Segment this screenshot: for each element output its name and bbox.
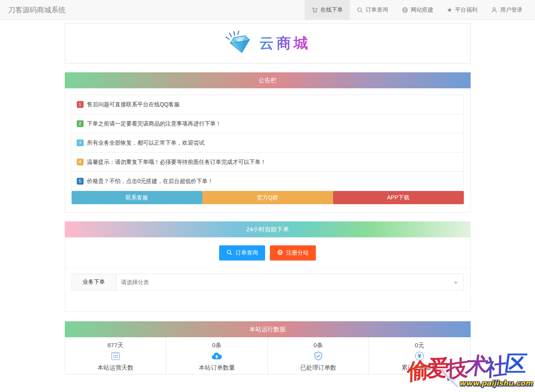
order-query-button[interactable]: 订单查询 [219, 245, 265, 261]
stats-header: 本站运行数据 [65, 321, 471, 337]
star-icon: ★ [447, 7, 452, 13]
announcement-item[interactable]: 1 售后问题可直接联系平台在线QQ客服 [72, 95, 463, 114]
nav-item-user-login[interactable]: 用户登录 [484, 0, 529, 20]
chevron-down-icon [454, 282, 458, 284]
sparkle-icon [445, 374, 454, 384]
announcement-item[interactable]: 5 价格贵？不怕，点击0元搭建，在后台超低价下单！ [72, 172, 463, 191]
announcement-text: 温馨提示：请勿重复下单哦！必须要等待前面任务订单完成才可以下单！ [87, 159, 266, 166]
search-icon [226, 249, 232, 257]
button-label: 订单查询 [236, 249, 258, 257]
announcement-list: 1 售后问题可直接联系平台在线QQ客服 2 下单之前请一定要看完该商品的注意事项… [72, 95, 464, 191]
order-form-row: 业务下单 请选择分类 [72, 274, 464, 291]
nav-label: 订单查询 [366, 6, 388, 14]
order-form-label: 业务下单 [72, 274, 116, 291]
stats-card: 877天 本站运营天数 0条 [65, 337, 471, 374]
announcement-text: 所有业务全部恢复，都可以正常下单，欢迎尝试 [87, 139, 205, 147]
announcement-number-badge: 2 [77, 120, 84, 127]
selfservice-header: 24小时自助下单 [65, 221, 471, 237]
announcement-item[interactable]: 4 温馨提示：请勿重复下单哦！必须要等待前面任务订单完成才可以下单！ [72, 153, 463, 172]
announcement-number-badge: 3 [77, 139, 84, 146]
stat-order-count: 0条 本站订单数量 [166, 337, 268, 374]
stat-label: 本站运营天数 [65, 364, 166, 372]
stat-label: 本站订单数量 [166, 364, 268, 372]
calendar-icon [65, 351, 166, 363]
selfservice-card: 订单查询 注册分站 业务下单 请选择分类 [65, 237, 471, 312]
watermark-url: www.paijishu.com [407, 379, 533, 387]
user-icon [491, 7, 497, 13]
stat-label: 累计交易金额 [369, 364, 470, 372]
announcement-number-badge: 4 [77, 159, 84, 165]
stat-value: 0条 [268, 342, 369, 349]
sparkle-icon [451, 380, 458, 387]
announcement-text: 下单之前请一定要看完该商品的注意事项再进行下单！ [87, 120, 222, 127]
main-nav: 在线下单 订单查询 网站搭建 ★ 平台福利 [305, 0, 529, 20]
category-select[interactable]: 请选择分类 [116, 274, 464, 291]
globe-icon [277, 249, 283, 257]
stat-total-amount: 0元 ¥ 累计交易金额 [369, 337, 470, 374]
logo-title: 云商城 [260, 34, 311, 53]
svg-text:¥: ¥ [417, 353, 421, 359]
globe-icon [402, 7, 408, 13]
category-select-value: 请选择分类 [121, 279, 149, 285]
stat-value: 0元 [369, 342, 470, 349]
official-qq-group-button[interactable]: 官方Q群 [202, 191, 333, 204]
stat-label: 已处理订单数 [268, 364, 369, 372]
button-label: 注册分站 [286, 249, 309, 257]
announcement-item[interactable]: 2 下单之前请一定要看完该商品的注意事项再进行下单！ [72, 114, 463, 133]
announcement-header: 公告栏 [65, 72, 471, 88]
stat-processed-orders: 0条 已处理订单数 [268, 337, 369, 374]
announcement-number-badge: 5 [77, 178, 84, 185]
announcement-text: 售后问题可直接联系平台在线QQ客服 [87, 101, 180, 108]
nav-label: 平台福利 [455, 6, 477, 14]
nav-item-online-order[interactable]: 在线下单 [305, 0, 350, 20]
announcement-number-badge: 1 [77, 101, 84, 108]
nav-label: 在线下单 [321, 6, 343, 14]
shield-check-icon [268, 351, 369, 363]
diamond-logo-icon [224, 30, 253, 57]
logo-card: 云商城 [65, 23, 471, 64]
stat-running-days: 877天 本站运营天数 [65, 337, 167, 374]
nav-item-site-build[interactable]: 网站搭建 [395, 0, 440, 20]
yuan-circle-icon: ¥ [369, 351, 470, 363]
site-title: 刀客源码商城系统 [0, 0, 74, 20]
nav-item-order-query[interactable]: 订单查询 [350, 0, 395, 20]
top-navbar: 刀客源码商城系统 在线下单 订单查询 网站搭建 [0, 0, 535, 20]
register-substation-button[interactable]: 注册分站 [270, 245, 316, 261]
stat-value: 0条 [166, 342, 268, 349]
app-download-button[interactable]: APP下载 [333, 191, 464, 204]
nav-label: 网站搭建 [411, 6, 433, 14]
cart-icon [311, 7, 318, 13]
nav-label: 用户登录 [500, 6, 523, 14]
announcement-buttons: 联系客服 官方Q群 APP下载 [72, 191, 464, 204]
nav-item-platform-benefits[interactable]: ★ 平台福利 [440, 0, 484, 20]
stat-value: 877天 [65, 342, 166, 349]
cloud-upload-icon [166, 351, 268, 363]
contact-support-button[interactable]: 联系客服 [72, 191, 202, 204]
announcement-item[interactable]: 3 所有业务全部恢复，都可以正常下单，欢迎尝试 [72, 133, 463, 153]
selfservice-buttons: 订单查询 注册分站 [65, 237, 470, 268]
search-icon [357, 7, 363, 13]
announcement-card: 1 售后问题可直接联系平台在线QQ客服 2 下单之前请一定要看完该商品的注意事项… [65, 88, 471, 213]
announcement-text: 价格贵？不怕，点击0元搭建，在后台超低价下单！ [87, 178, 214, 185]
